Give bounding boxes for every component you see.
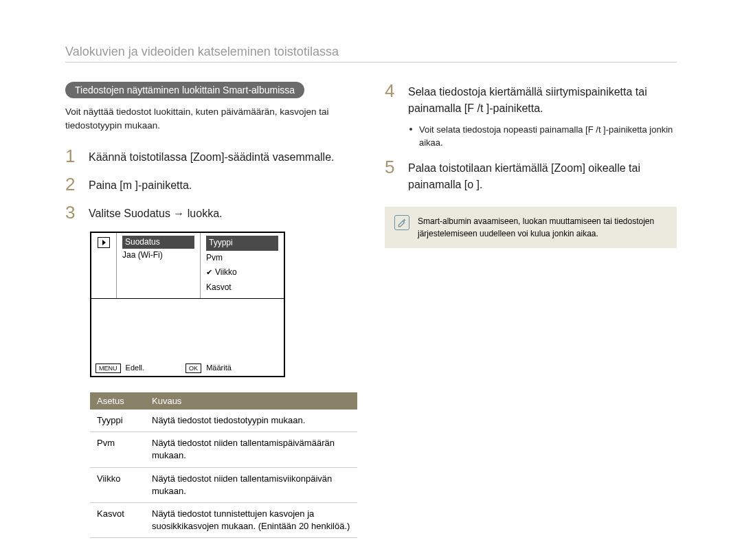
table-cell: Näytä tiedostot tiedostotyypin mukaan.	[145, 410, 357, 432]
table-cell: Pvm	[90, 432, 145, 467]
ok-button-label: Määritä	[206, 363, 232, 372]
menu-button-label: Edell.	[126, 363, 145, 372]
ok-button-icon: OK	[186, 363, 201, 374]
step-number: 4	[385, 82, 398, 100]
camera-screen-mock: Suodatus Jaa (Wi-Fi) Tyyppi Pvm Viikko K…	[90, 232, 285, 377]
screen-footer-left: MENU Edell.	[95, 363, 144, 374]
menu-right-item: Kasvot	[206, 282, 232, 292]
step-2: 2 Paina [m ]-painiketta.	[65, 175, 357, 194]
options-table: Asetus Kuvaus Tyyppi Näytä tiedostot tie…	[90, 392, 357, 538]
header-divider	[65, 62, 677, 63]
menu-right-active: Tyyppi	[206, 236, 278, 251]
intro-text: Voit näyttää tiedostot luokittain, kuten…	[65, 105, 357, 132]
step-4: 4 Selaa tiedostoja kiertämällä siirtymis…	[385, 82, 677, 117]
menu-left-active: Suodatus	[122, 236, 194, 249]
table-cell: Näytä tiedostot tunnistettujen kasvojen …	[145, 503, 357, 538]
menu-left-item: Jaa (Wi-Fi)	[122, 250, 163, 260]
step-5: 5 Palaa toistotilaan kiertämällä [Zoom] …	[385, 158, 677, 193]
right-column: 4 Selaa tiedostoja kiertämällä siirtymis…	[385, 82, 677, 538]
bullet-dot-icon	[409, 128, 412, 131]
menu-right-item-checked: Viikko	[206, 267, 237, 277]
menu-right-item: Pvm	[206, 253, 223, 262]
table-cell: Kasvot	[90, 503, 145, 538]
note-box: Smart-albumin avaamiseen, luokan muuttam…	[385, 207, 677, 248]
table-row: Viikko Näytä tiedostot niiden tallentami…	[90, 467, 357, 502]
menu-button-icon: MENU	[95, 363, 121, 374]
step-4-bullet: Voit selata tiedostoja nopeasti painamal…	[409, 124, 677, 150]
step-1: 1 Käännä toistotilassa [Zoom]-säädintä v…	[65, 147, 357, 166]
step-number: 5	[385, 158, 398, 176]
table-cell: Tyyppi	[90, 410, 145, 432]
table-row: Pvm Näytä tiedostot niiden tallentamispä…	[90, 432, 357, 467]
table-cell: Näytä tiedostot niiden tallentamispäiväm…	[145, 432, 357, 467]
step-text: Selaa tiedostoja kiertämällä siirtymispa…	[408, 82, 677, 117]
play-icon	[98, 237, 110, 248]
step-text: Käännä toistotilassa [Zoom]-säädintä vas…	[89, 147, 335, 166]
step-text: Paina [m ]-painiketta.	[89, 175, 192, 194]
table-header-asetus: Asetus	[90, 392, 145, 410]
table-cell: Näytä tiedostot niiden tallentamisviikon…	[145, 467, 357, 502]
step-number: 1	[65, 147, 79, 165]
bullet-text: Voit selata tiedostoja nopeasti painamal…	[419, 124, 677, 150]
table-row: Kasvot Näytä tiedostot tunnistettujen ka…	[90, 503, 357, 538]
section-pill: Tiedostojen näyttäminen luokittain Smart…	[65, 82, 304, 98]
step-number: 3	[65, 203, 79, 221]
table-header-kuvaus: Kuvaus	[145, 392, 357, 410]
step-text: Palaa toistotilaan kiertämällä [Zoom] oi…	[408, 158, 677, 193]
step-number: 2	[65, 175, 79, 193]
step-3: 3 Valitse Suodatus → luokka.	[65, 203, 357, 222]
note-text: Smart-albumin avaamiseen, luokan muuttam…	[418, 215, 667, 240]
note-icon	[394, 215, 409, 230]
screen-footer-right: OK Määritä	[186, 363, 232, 374]
table-cell: Viikko	[90, 467, 145, 502]
left-column: Tiedostojen näyttäminen luokittain Smart…	[65, 82, 357, 538]
page-header-title: Valokuvien ja videoiden katseleminen toi…	[65, 45, 677, 59]
table-row: Tyyppi Näytä tiedostot tiedostotyypin mu…	[90, 410, 357, 432]
step-text: Valitse Suodatus → luokka.	[89, 203, 222, 222]
